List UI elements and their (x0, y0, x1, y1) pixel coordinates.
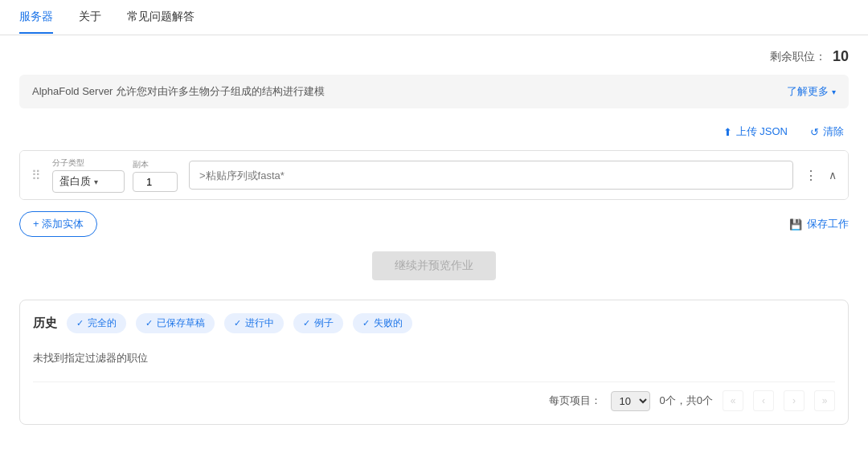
nav-item-faq[interactable]: 常见问题解答 (127, 10, 194, 26)
copies-label: 副本 (133, 159, 181, 170)
action-row: + 添加实体 💾 保存工作 (19, 211, 849, 237)
entity-actions: ⋮ ∧ (801, 165, 840, 186)
check-icon-inprogress: ✓ (234, 318, 241, 328)
learn-more-link[interactable]: 了解更多 ▾ (787, 84, 836, 99)
upload-json-button[interactable]: ⬆ 上传 JSON (719, 121, 792, 142)
info-banner-text: AlphaFold Server 允许您对由许多生物分子组成的结构进行建模 (32, 84, 325, 99)
check-icon-example: ✓ (303, 318, 310, 328)
select-arrow-icon: ▾ (94, 177, 98, 186)
molecule-type-value: 蛋白质 (59, 174, 91, 189)
continue-preview-button[interactable]: 继续并预览作业 (372, 251, 496, 280)
main-content: 剩余职位： 10 AlphaFold Server 允许您对由许多生物分子组成的… (0, 35, 868, 438)
first-page-button[interactable]: « (723, 390, 743, 411)
check-icon-draft: ✓ (145, 318, 153, 328)
clear-button[interactable]: ↺ 清除 (805, 121, 849, 142)
remaining-label: 剩余职位： (770, 50, 826, 64)
sequence-input[interactable] (189, 161, 793, 190)
per-page-select[interactable]: 10 (611, 391, 650, 411)
nav-item-server[interactable]: 服务器 (19, 10, 53, 26)
upload-json-label: 上传 JSON (736, 124, 788, 139)
molecule-type-group: 分子类型 蛋白质 ▾ (52, 157, 125, 193)
entity-row: ⠿ 分子类型 蛋白质 ▾ 副本 ⋮ ∧ (20, 151, 848, 199)
toolbar-row: ⬆ 上传 JSON ↺ 清除 (19, 121, 849, 142)
filter-label-complete: 完全的 (88, 316, 117, 330)
filter-label-draft: 已保存草稿 (157, 316, 205, 330)
per-page-label: 每页项目： (549, 394, 601, 408)
remaining-count: 10 (833, 48, 849, 65)
remaining-bar: 剩余职位： 10 (19, 48, 849, 65)
top-navigation: 服务器 关于 常见问题解答 (0, 0, 868, 35)
pagination-row: 每页项目： 10 0个，共0个 « ‹ › » (33, 381, 835, 411)
filter-chip-draft[interactable]: ✓ 已保存草稿 (136, 313, 215, 333)
clear-label: 清除 (823, 124, 844, 139)
save-icon: 💾 (789, 218, 802, 230)
copies-group: 副本 (133, 159, 181, 192)
history-section: 历史 ✓ 完全的 ✓ 已保存草稿 ✓ 进行中 ✓ 例子 ✓ 失败的 未找到指定 (19, 300, 849, 425)
info-banner: AlphaFold Server 允许您对由许多生物分子组成的结构进行建模 了解… (19, 75, 849, 108)
save-work-label: 保存工作 (807, 217, 849, 231)
upload-icon: ⬆ (723, 126, 732, 138)
no-results-message: 未找到指定过滤器的职位 (33, 345, 835, 375)
add-entity-button[interactable]: + 添加实体 (19, 211, 97, 237)
collapse-button[interactable]: ∧ (825, 165, 840, 185)
continue-btn-row: 继续并预览作业 (19, 251, 849, 280)
nav-item-about[interactable]: 关于 (79, 10, 101, 26)
filter-chip-inprogress[interactable]: ✓ 进行中 (224, 313, 284, 333)
drag-handle-icon[interactable]: ⠿ (28, 168, 44, 183)
more-options-button[interactable]: ⋮ (801, 165, 821, 186)
filter-label-example: 例子 (314, 316, 334, 330)
history-header: 历史 ✓ 完全的 ✓ 已保存草稿 ✓ 进行中 ✓ 例子 ✓ 失败的 (33, 313, 835, 333)
molecule-type-select[interactable]: 蛋白质 ▾ (52, 170, 125, 193)
page-info: 0个，共0个 (660, 394, 713, 408)
check-icon-failed: ✓ (362, 318, 370, 328)
history-title: 历史 (33, 316, 57, 331)
copies-input[interactable] (133, 172, 178, 192)
last-page-button[interactable]: » (814, 390, 835, 411)
filter-label-failed: 失败的 (374, 316, 403, 330)
filter-label-inprogress: 进行中 (245, 316, 274, 330)
next-page-button[interactable]: › (784, 390, 805, 411)
filter-chip-complete[interactable]: ✓ 完全的 (67, 313, 126, 333)
check-icon-complete: ✓ (76, 318, 84, 328)
learn-more-label: 了解更多 (787, 84, 829, 99)
filter-chip-example[interactable]: ✓ 例子 (293, 313, 343, 333)
prev-page-button[interactable]: ‹ (753, 390, 774, 411)
entity-container: ⠿ 分子类型 蛋白质 ▾ 副本 ⋮ ∧ (19, 150, 849, 200)
molecule-type-label: 分子类型 (52, 157, 125, 169)
clear-icon: ↺ (810, 126, 819, 138)
filter-chip-failed[interactable]: ✓ 失败的 (353, 313, 412, 333)
save-work-button[interactable]: 💾 保存工作 (789, 217, 849, 231)
chevron-down-icon: ▾ (832, 88, 836, 96)
